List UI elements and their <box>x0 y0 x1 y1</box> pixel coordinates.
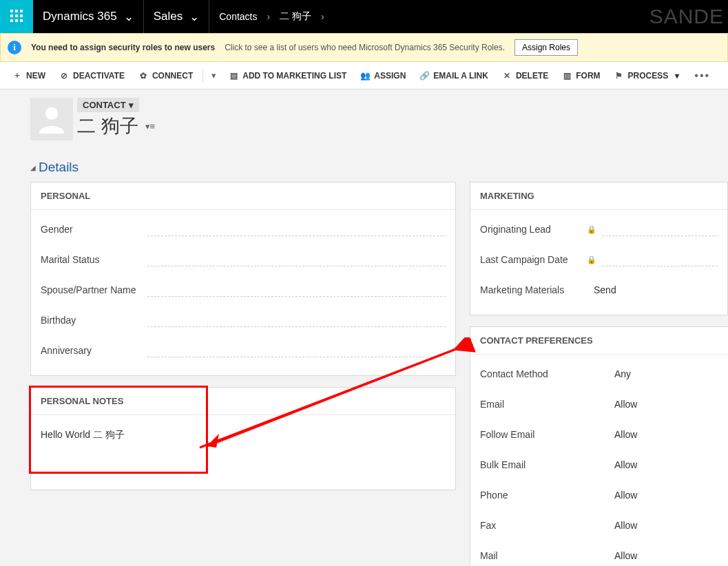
anniversary-value[interactable] <box>147 344 446 357</box>
notes-text[interactable]: Hello World 二 狗子 <box>31 415 455 455</box>
global-nav: Dynamics 365 ⌄ Sales ⌄ Contacts › 二 狗子 ›… <box>0 0 728 33</box>
form-button[interactable]: ▥FORM <box>557 68 605 83</box>
assign-icon: 👥 <box>360 71 370 81</box>
connect-dropdown[interactable]: ▾ <box>207 70 220 81</box>
record-name: 二 狗子 <box>77 114 138 138</box>
pref-row[interactable]: EmailAllow <box>480 389 718 419</box>
birthday-field[interactable]: Birthday <box>41 305 446 335</box>
spouse-label: Spouse/Partner Name <box>41 284 147 295</box>
marital-label: Marital Status <box>41 254 147 265</box>
svg-rect-6 <box>10 19 13 22</box>
connect-button[interactable]: ✿CONNECT <box>133 68 198 83</box>
breadcrumb-contacts[interactable]: Contacts <box>219 11 257 22</box>
chevron-down-icon: ▾ <box>129 100 134 110</box>
contact-preferences-panel: CONTACT PREFERENCES Contact MethodAnyEma… <box>470 326 728 566</box>
notice-subtitle[interactable]: Click to see a list of users who need Mi… <box>225 43 505 52</box>
pref-value[interactable]: Allow <box>607 399 718 410</box>
notes-panel-header: PERSONAL NOTES <box>31 388 455 415</box>
deactivate-icon: ⊘ <box>59 71 69 81</box>
gender-value[interactable] <box>147 222 446 236</box>
anniversary-label: Anniversary <box>41 345 147 356</box>
breadcrumb: Contacts › 二 狗子 › <box>209 0 333 33</box>
form-content: CONTACT ▾ 二 狗子 ▾≡ ◢ Details PERSONAL Gen… <box>0 90 728 566</box>
pref-row[interactable]: MailAllow <box>480 541 718 566</box>
pref-row[interactable]: Bulk EmailAllow <box>480 450 718 480</box>
svg-rect-1 <box>15 10 18 12</box>
lastcamp-label: Last Campaign Date <box>480 254 587 265</box>
origlead-value <box>602 222 718 236</box>
chevron-right-icon: › <box>321 11 324 22</box>
addlist-label: ADD TO MARKETING LIST <box>242 71 346 81</box>
process-icon: ⚑ <box>614 71 624 81</box>
sandbox-watermark: SANDE <box>649 0 728 33</box>
pref-value[interactable]: Allow <box>607 429 718 440</box>
assign-label: ASSIGN <box>374 71 406 81</box>
entity-type-selector[interactable]: CONTACT ▾ <box>77 98 139 112</box>
separator <box>202 69 203 83</box>
pref-label: Email <box>480 399 607 410</box>
pref-row[interactable]: Follow EmailAllow <box>480 419 718 450</box>
marketing-list-icon: ▤ <box>229 71 238 81</box>
personal-panel: PERSONAL Gender Marital Status Spouse/Pa… <box>30 182 456 376</box>
pref-row[interactable]: Contact MethodAny <box>480 359 718 389</box>
spouse-field[interactable]: Spouse/Partner Name <box>41 275 446 305</box>
marital-status-field[interactable]: Marital Status <box>41 244 446 275</box>
anniversary-field[interactable]: Anniversary <box>41 335 446 366</box>
area-label: Sales <box>154 10 183 23</box>
delete-button[interactable]: ✕DELETE <box>497 68 554 83</box>
pref-value[interactable]: Allow <box>607 550 718 561</box>
pref-row[interactable]: PhoneAllow <box>480 480 718 510</box>
pref-row[interactable]: FaxAllow <box>480 510 718 541</box>
new-button[interactable]: ＋NEW <box>7 68 51 83</box>
pref-label: Contact Method <box>480 368 607 379</box>
form-label: FORM <box>576 71 600 81</box>
pref-label: Phone <box>480 490 607 501</box>
pref-label: Fax <box>480 520 607 531</box>
marital-value[interactable] <box>147 253 446 266</box>
list-icon[interactable]: ▾≡ <box>145 121 156 132</box>
svg-rect-5 <box>20 14 23 17</box>
pref-value[interactable]: Allow <box>607 520 718 531</box>
assign-roles-button[interactable]: Assign Roles <box>514 39 578 56</box>
pref-label: Bulk Email <box>480 459 607 470</box>
chevron-down-icon: ⌄ <box>189 10 199 24</box>
area-dropdown[interactable]: Sales ⌄ <box>144 0 210 33</box>
birthday-value[interactable] <box>147 313 446 327</box>
svg-rect-2 <box>20 10 23 12</box>
personal-notes-panel: PERSONAL NOTES Hello World 二 狗子 <box>30 387 456 490</box>
materials-value[interactable]: Send <box>587 284 718 295</box>
svg-point-9 <box>45 107 58 119</box>
add-to-marketing-list-button[interactable]: ▤ADD TO MARKETING LIST <box>223 68 352 83</box>
emaillink-label: EMAIL A LINK <box>433 71 488 81</box>
materials-label: Marketing Materials <box>480 284 587 295</box>
app-name-label: Dynamics 365 <box>43 10 117 23</box>
pref-value[interactable]: Allow <box>607 459 718 470</box>
svg-rect-0 <box>10 10 13 12</box>
gender-field[interactable]: Gender <box>41 214 446 244</box>
chevron-down-icon: ⌄ <box>124 10 134 24</box>
details-label: Details <box>39 160 79 175</box>
pref-value[interactable]: Any <box>607 368 718 379</box>
pref-label: Follow Email <box>480 429 607 440</box>
person-icon <box>37 103 67 136</box>
plus-icon: ＋ <box>12 71 22 81</box>
marketing-materials-field[interactable]: Marketing Materials Send <box>480 275 718 305</box>
pref-value[interactable]: Allow <box>607 490 718 501</box>
overflow-menu[interactable]: ••• <box>687 67 717 85</box>
email-link-button[interactable]: 🔗EMAIL A LINK <box>414 68 494 83</box>
app-name-dropdown[interactable]: Dynamics 365 ⌄ <box>33 0 144 33</box>
new-label: NEW <box>26 71 45 81</box>
svg-rect-7 <box>15 19 18 22</box>
details-section-toggle[interactable]: ◢ Details <box>0 153 728 182</box>
connect-icon: ✿ <box>138 71 148 81</box>
assign-button[interactable]: 👥ASSIGN <box>355 68 411 83</box>
record-title: 二 狗子 ▾≡ <box>77 114 155 138</box>
breadcrumb-record[interactable]: 二 狗子 <box>280 10 311 23</box>
app-launcher[interactable] <box>0 0 33 33</box>
process-button[interactable]: ⚑PROCESS▾ <box>609 68 685 83</box>
spouse-value[interactable] <box>147 283 446 297</box>
lock-icon: 🔒 <box>587 225 596 234</box>
deactivate-button[interactable]: ⊘DEACTIVATE <box>54 68 130 83</box>
contact-avatar[interactable] <box>30 98 73 140</box>
deactivate-label: DEACTIVATE <box>73 71 125 81</box>
